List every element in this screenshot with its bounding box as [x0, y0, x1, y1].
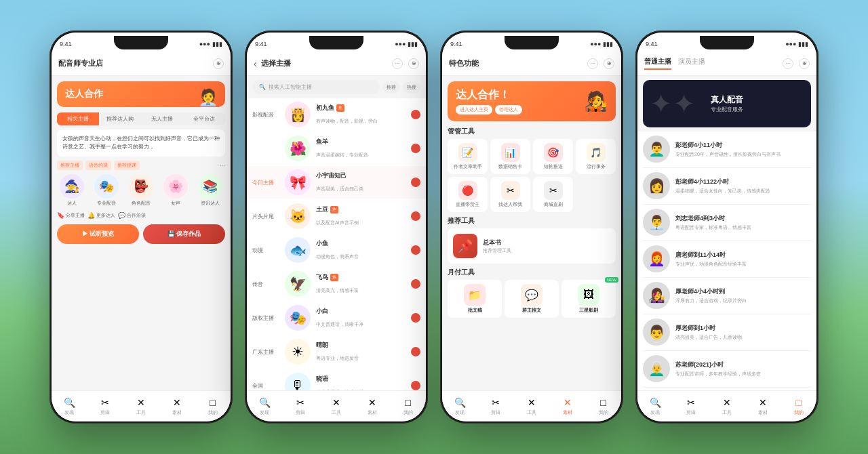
- phone1-tag-2[interactable]: 推荐授课: [114, 161, 140, 170]
- phone1-link-1[interactable]: 🔔更多达人: [87, 212, 115, 219]
- phone1-link-0[interactable]: 🔖分享主播: [57, 212, 85, 219]
- phone2-category-row-7: 广东主播 ☀ 晴朗 粤语专业，地道发音: [247, 335, 426, 368]
- phone2-time: 9:41: [255, 41, 267, 47]
- phone2-info-6: 小白 中文普通话，清晰干净: [316, 307, 406, 329]
- phone1-preview-btn[interactable]: ▶ 试听预览: [57, 224, 139, 244]
- phone1-avatar-4[interactable]: 📚 资讯达人: [198, 174, 222, 207]
- phone1-link-2[interactable]: 💬合作洽谈: [118, 212, 146, 219]
- phone1-avatar-3[interactable]: 🌸 女声: [163, 174, 188, 207]
- phone3-settings-btn[interactable]: ⊕: [604, 58, 614, 69]
- phone4-user-5[interactable]: 👨 厚老师到1小时 清亮甜美，适合广告，儿童读物: [637, 314, 816, 350]
- phone3-tool-1[interactable]: 📊 数据销售卡: [490, 139, 530, 174]
- phone4-user-4[interactable]: 👩‍🎤 厚老师4小4小时到 浑厚有力，适合游戏，纪录片旁白: [637, 278, 816, 313]
- phone2-avatar-0[interactable]: 👸: [285, 102, 311, 127]
- phone4-bottom-tab-3[interactable]: ✕素材: [745, 394, 781, 419]
- phone2-bottom-tab-1[interactable]: ✂剪辑: [283, 394, 319, 419]
- phone3-tool-0[interactable]: 📝 作者文章助手: [448, 139, 488, 174]
- phone3-bottom-tab-3[interactable]: ✕素材: [549, 394, 585, 419]
- phone1-tab-1[interactable]: 推荐达人购: [99, 112, 141, 125]
- phone4-screen: 9:41 ●●● ▮▮▮ 普通主播 演员主播 ··· ⊕ ✦✦ 真人配音: [637, 33, 816, 421]
- phone1-tab-2[interactable]: 无人主播: [141, 112, 183, 125]
- phone3-tool-2[interactable]: 🎯 短帖推送: [533, 139, 573, 174]
- phone3-section-title-1: 推荐工具: [448, 216, 616, 226]
- phone4-name-0: 彭老师4小11小时: [675, 141, 811, 150]
- phone2-settings-btn[interactable]: ⊕: [408, 58, 419, 69]
- phone2-list: 影视配音 👸 初九鱼 热 有声读物，配音，影视，旁白 🌺: [247, 98, 426, 390]
- phone2-back-btn[interactable]: ‹: [254, 58, 257, 69]
- phone4-user-0[interactable]: 👨‍🦱 彭老师4小11小时 专业配音20年，声音磁性，擅长影视旁白与有声书: [637, 131, 816, 167]
- phone4-banner[interactable]: ✦✦ 真人配音 专业配音服务: [643, 80, 811, 127]
- phone3-tool-4[interactable]: 🔴 直播带货主: [448, 177, 488, 212]
- phone3-tool-icon-6: ✂: [544, 181, 563, 200]
- phone1-banner[interactable]: 达人合作 🧑‍💼: [57, 81, 225, 107]
- phone1-tab-3[interactable]: 全平台达: [183, 112, 225, 125]
- phone4-user-3[interactable]: 👩‍🦰 唐老师到11小14时 专业声优，动漫角色配音经验丰富: [637, 241, 816, 276]
- phone4-bottom-tab-1[interactable]: ✂剪辑: [673, 394, 709, 419]
- phone1-tag-1[interactable]: 语音约课: [85, 161, 111, 170]
- phone1-bottom-tab-1[interactable]: ✂ 剪辑: [87, 394, 123, 419]
- phone2-filter-hot[interactable]: 热度: [403, 81, 420, 94]
- phone4-tab-ordinary[interactable]: 普通主播: [644, 57, 671, 70]
- phone1-avatar-0[interactable]: 🧙 达人: [60, 174, 84, 207]
- phone2-avatar-7[interactable]: ☀: [285, 339, 311, 365]
- phone1-tag-more[interactable]: ···: [220, 162, 225, 169]
- phone3-monthly-tool-0[interactable]: 📁 批文稿: [448, 280, 502, 318]
- phone4-tab-actor[interactable]: 演员主播: [678, 57, 705, 70]
- phone4-avatar-5: 👨: [643, 318, 670, 346]
- phone2-search-placeholder: 搜索人工智能主播: [269, 83, 312, 91]
- phone3-more-btn[interactable]: ···: [587, 58, 598, 69]
- phone2-avatar-2[interactable]: 🎀: [285, 169, 311, 195]
- phone3-tool-3[interactable]: 🎵 流行事务: [576, 139, 616, 174]
- phone1-bottom-tab-2[interactable]: ✕ 工具: [123, 394, 159, 419]
- phone3-bottom-tab-1[interactable]: ✂剪辑: [478, 394, 514, 419]
- phone2-name-4: 小鱼: [316, 239, 328, 248]
- phone2-bottom-tab-2[interactable]: ✕工具: [319, 394, 355, 419]
- phone3-monthly-tool-2[interactable]: NEW 🖼 三星影剧: [561, 280, 616, 318]
- phone4-info-0: 彭老师4小11小时 专业配音20年，声音磁性，擅长影视旁白与有声书: [675, 141, 811, 158]
- phone2-avatar-6[interactable]: 🎭: [285, 305, 311, 331]
- phone2-avatar-1[interactable]: 🌺: [285, 136, 311, 161]
- phone1-bottom-tab-3[interactable]: ✕ 素材: [159, 394, 195, 419]
- phone2-avatar-5[interactable]: 🦅: [285, 271, 311, 297]
- phone3-special-name: 总本书: [483, 239, 511, 247]
- phone4-bottom-tab-0[interactable]: 🔍发现: [637, 394, 673, 419]
- phone3-monthly-tool-1[interactable]: 💬 群主推文: [505, 280, 559, 318]
- phone4-settings-btn[interactable]: ⊕: [799, 58, 810, 69]
- phone3-tool-label-6: 商城直刷: [544, 201, 563, 208]
- phone3-banner[interactable]: 达人合作！ 进入达人主页 管理达人 🧑‍🎤: [448, 81, 616, 121]
- phone2-bottom-tab-3[interactable]: ✕素材: [354, 394, 390, 419]
- phone4-bottom-tab-2[interactable]: ✕工具: [709, 394, 745, 419]
- phone1-save-btn[interactable]: 💾 保存作品: [143, 224, 225, 244]
- phone2-notch: [309, 36, 363, 49]
- phone3-bottom-tab-4[interactable]: □我的: [585, 394, 621, 419]
- phone1-bottom-tab-4[interactable]: □ 我的: [195, 394, 231, 419]
- phone3-bottom-tab-0[interactable]: 🔍发现: [442, 394, 478, 419]
- phone2-category-row-4: 动漫 🐟 小鱼 动漫角色，萌系声音: [247, 234, 426, 266]
- phone2-more-btn[interactable]: ···: [392, 58, 403, 69]
- phone4-user-2[interactable]: 👨‍💼 刘志老师4到3小时 粤语配音专家，标准粤语，情感丰富: [637, 205, 816, 240]
- phone3-tool-5[interactable]: ✂ 找达人帮我: [490, 177, 530, 212]
- phone2-search-bar[interactable]: 🔍 搜索人工智能主播: [252, 80, 380, 94]
- phone2-avatar-8[interactable]: 🎙: [285, 373, 311, 390]
- phone2-avatar-4[interactable]: 🐟: [285, 237, 311, 263]
- phone1-bottom-tab-0[interactable]: 🔍 发现: [52, 394, 87, 419]
- phone3-special-tool[interactable]: 📌 总本书 推荐管理工具: [448, 228, 616, 264]
- phone1-settings-btn[interactable]: ⊕: [213, 58, 224, 69]
- phone2-filter-recommend[interactable]: 推荐: [382, 81, 400, 94]
- phone2-bottom-tab-0[interactable]: 🔍发现: [247, 394, 283, 419]
- phone4-user-1[interactable]: 👩 彭老师4小1122小时 温柔细腻，适合女性向，知己类，情感类配音: [637, 168, 816, 203]
- phone4-more-btn[interactable]: ···: [783, 58, 793, 69]
- phone3-banner-btn2[interactable]: 管理达人: [495, 105, 522, 115]
- phone1-tab-0[interactable]: 相关主播: [57, 112, 99, 125]
- phone2-avatar-3[interactable]: 🐱: [285, 203, 311, 229]
- phone3-tool-6[interactable]: ✂ 商城直刷: [533, 177, 573, 212]
- phone4-desc-3: 专业声优，动漫角色配音经验丰富: [675, 261, 811, 268]
- phone1-avatar-2[interactable]: 👺 角色配音: [129, 174, 153, 207]
- phone3-bottom-tab-2[interactable]: ✕工具: [514, 394, 550, 419]
- phone1-avatar-1[interactable]: 🎭 专业配音: [94, 174, 119, 207]
- phone4-bottom-tab-4[interactable]: □我的: [781, 394, 816, 419]
- phone4-user-6[interactable]: 👨‍🦳 苏老师(2021)小时 专业配音讲师，多年教学经验，声线多变: [637, 351, 816, 386]
- phone1-tag-0[interactable]: 推荐主播: [57, 161, 83, 170]
- phone2-bottom-tab-4[interactable]: □我的: [390, 394, 426, 419]
- phone3-banner-btn1[interactable]: 进入达人主页: [456, 105, 492, 115]
